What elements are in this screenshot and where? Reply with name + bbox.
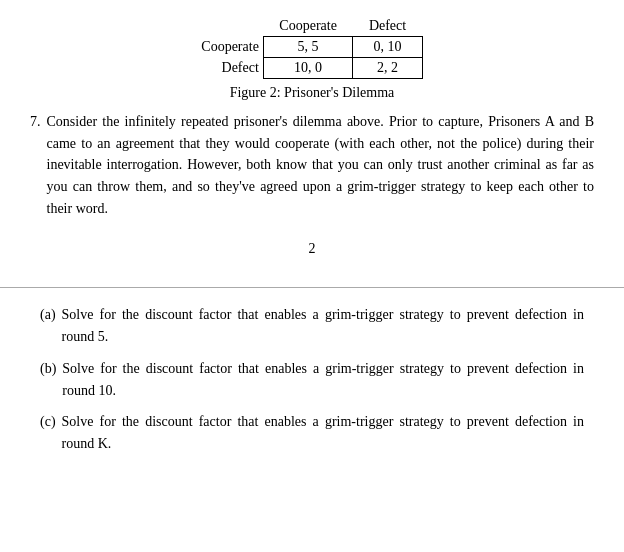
- cell-dc: 10, 0: [263, 58, 353, 79]
- figure-caption: Figure 2: Prisoner's Dilemma: [230, 85, 395, 101]
- sub-question-b: (b) Solve for the discount factor that e…: [40, 358, 584, 401]
- cell-cd: 0, 10: [353, 37, 422, 58]
- page-number: 2: [309, 241, 316, 256]
- question-block: 7. Consider the infinitely repeated pris…: [30, 111, 594, 219]
- sub-label-b: (b): [40, 358, 56, 401]
- question-number: 7.: [30, 111, 41, 219]
- cell-cc: 5, 5: [263, 37, 353, 58]
- top-section: Cooperate Defect Cooperate 5, 5 0, 10 De…: [0, 10, 624, 287]
- col-header-defect: Defect: [353, 18, 422, 37]
- payoff-table: Cooperate Defect Cooperate 5, 5 0, 10 De…: [201, 18, 422, 79]
- sub-text-a: Solve for the discount factor that enabl…: [62, 304, 584, 347]
- sub-label-a: (a): [40, 304, 56, 347]
- sub-text-c: Solve for the discount factor that enabl…: [62, 411, 584, 454]
- lower-section: (a) Solve for the discount factor that e…: [0, 288, 624, 474]
- sub-text-b: Solve for the discount factor that enabl…: [62, 358, 584, 401]
- sub-question-c: (c) Solve for the discount factor that e…: [40, 411, 584, 454]
- sub-label-c: (c): [40, 411, 56, 454]
- col-header-cooperate: Cooperate: [263, 18, 353, 37]
- page-number-section: 2: [30, 231, 594, 277]
- sub-question-a: (a) Solve for the discount factor that e…: [40, 304, 584, 347]
- col-empty-header: [201, 18, 263, 37]
- cell-dd: 2, 2: [353, 58, 422, 79]
- page-container: Cooperate Defect Cooperate 5, 5 0, 10 De…: [0, 0, 624, 552]
- row-label-defect: Defect: [201, 58, 263, 79]
- question-text: Consider the infinitely repeated prisone…: [47, 111, 595, 219]
- row-label-cooperate: Cooperate: [201, 37, 263, 58]
- figure-container: Cooperate Defect Cooperate 5, 5 0, 10 De…: [30, 18, 594, 101]
